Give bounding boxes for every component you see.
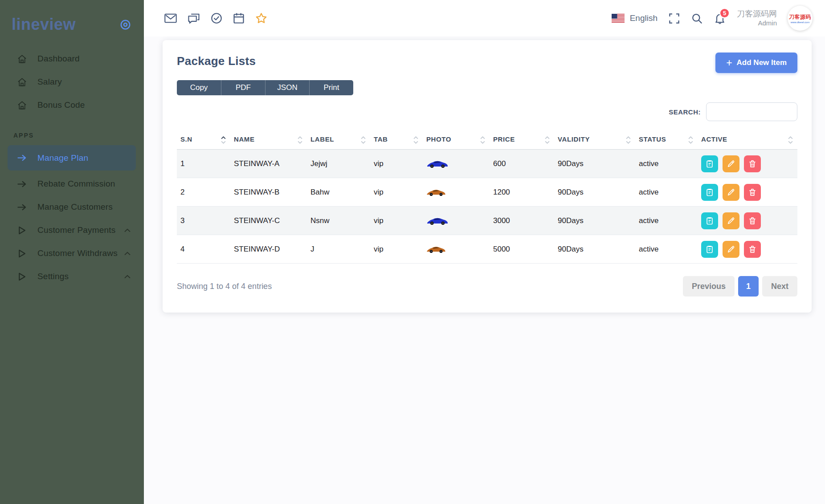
chat-icon[interactable] (187, 12, 200, 24)
us-flag-icon (612, 14, 625, 23)
cell-actions (698, 235, 797, 264)
cell-status: active (635, 207, 698, 235)
next-page-button[interactable]: Next (762, 276, 797, 297)
clipboard-icon (705, 159, 714, 168)
chevron-up-icon (124, 275, 131, 279)
check-circle-icon[interactable] (210, 12, 223, 24)
edit-button[interactable] (723, 241, 739, 258)
edit-button[interactable] (723, 212, 739, 229)
play-outline-icon (16, 226, 28, 235)
column-header-active[interactable]: ACTIVE (698, 132, 797, 150)
sidebar-item-customer-payments[interactable]: Customer Payments (0, 219, 144, 242)
table-row: 2 STEINWAY-B Bahw vip 1200 90Days active (177, 178, 797, 207)
add-new-item-button[interactable]: + Add New Item (715, 53, 797, 73)
previous-page-button[interactable]: Previous (683, 276, 735, 297)
cell-name: STEINWAY-B (230, 178, 307, 207)
notification-badge: 5 (719, 8, 730, 18)
table-row: 4 STEINWAY-D J vip 5000 90Days active (177, 235, 797, 264)
arrow-right-icon (16, 204, 28, 211)
sidebar-item-rebate-commission[interactable]: Rebate Commission (0, 172, 144, 195)
view-button[interactable] (701, 155, 718, 172)
print-button[interactable]: Print (309, 80, 353, 95)
sort-carets (688, 136, 693, 144)
star-icon[interactable] (255, 12, 268, 24)
cell-photo (423, 235, 490, 264)
pencil-icon (727, 159, 735, 168)
cell-name: STEINWAY-A (230, 150, 307, 178)
trash-icon (748, 159, 757, 168)
column-header-sn[interactable]: S.N (177, 132, 230, 150)
language-selector[interactable]: English (612, 13, 658, 23)
delete-button[interactable] (744, 241, 761, 258)
column-header-validity[interactable]: VALIDITY (554, 132, 635, 150)
trash-icon (748, 188, 757, 197)
sidebar-item-settings[interactable]: Settings (0, 265, 144, 288)
clipboard-icon (705, 216, 714, 225)
cell-tab: vip (370, 178, 423, 207)
pencil-icon (727, 188, 735, 197)
sidebar-header: lineview (0, 12, 144, 37)
clipboard-icon (705, 245, 714, 254)
sidebar-item-customer-withdraws[interactable]: Customer Withdraws (0, 242, 144, 265)
sidebar-item-salary[interactable]: Salary (0, 70, 144, 93)
table-search-input[interactable] (706, 102, 797, 121)
cell-validity: 90Days (554, 235, 635, 264)
home-icon (16, 100, 28, 110)
pencil-icon (727, 245, 735, 254)
cell-status: active (635, 178, 698, 207)
sidebar-item-label: Customer Withdraws (37, 248, 118, 258)
sort-carets (788, 136, 793, 144)
trash-icon (748, 245, 757, 254)
sidebar-item-manage-customers[interactable]: Manage Customers (0, 195, 144, 219)
cell-sn: 3 (177, 207, 230, 235)
sidebar-toggle-icon[interactable] (119, 19, 131, 31)
sidebar-item-manage-plan[interactable]: Manage Plan (8, 145, 136, 171)
cell-name: STEINWAY-D (230, 235, 307, 264)
view-button[interactable] (701, 241, 718, 258)
sidebar-item-label: Customer Payments (37, 225, 116, 235)
app-logo: lineview (12, 15, 76, 34)
column-header-price[interactable]: PRICE (490, 132, 554, 150)
column-header-label[interactable]: LABEL (307, 132, 370, 150)
cell-sn: 4 (177, 235, 230, 264)
clipboard-icon (705, 188, 714, 197)
view-button[interactable] (701, 184, 718, 201)
home-icon (16, 54, 28, 64)
copy-button[interactable]: Copy (177, 80, 221, 95)
table-row: 1 STEINWAY-A Jejwj vip 600 90Days active (177, 150, 797, 178)
sidebar-item-dashboard[interactable]: Dashboard (0, 47, 144, 70)
column-header-name[interactable]: NAME (230, 132, 307, 150)
edit-button[interactable] (723, 155, 739, 172)
avatar[interactable]: 刀客源码 www.dkewl.com (788, 6, 813, 31)
fullscreen-icon[interactable] (668, 12, 680, 24)
calendar-icon[interactable] (233, 12, 245, 24)
chevron-up-icon (124, 252, 131, 256)
export-button-group: Copy PDF JSON Print (177, 80, 353, 95)
search-icon[interactable] (691, 12, 703, 24)
cell-tab: vip (370, 235, 423, 264)
car-photo (426, 215, 449, 226)
sidebar-item-label: Manage Plan (37, 153, 88, 163)
delete-button[interactable] (744, 155, 761, 172)
sidebar-item-bonus-code[interactable]: Bonus Code (0, 93, 144, 117)
pdf-button[interactable]: PDF (221, 80, 265, 95)
user-info[interactable]: 刀客源码网 Admin (737, 9, 777, 27)
cell-validity: 90Days (554, 150, 635, 178)
delete-button[interactable] (744, 184, 761, 201)
cell-status: active (635, 150, 698, 178)
mail-icon[interactable] (164, 12, 177, 24)
pencil-icon (727, 216, 735, 225)
pagination: Previous 1 Next (683, 276, 797, 297)
delete-button[interactable] (744, 212, 761, 229)
json-button[interactable]: JSON (265, 80, 309, 95)
page-1-button[interactable]: 1 (738, 276, 759, 297)
column-header-tab[interactable]: TAB (370, 132, 423, 150)
sidebar: lineview Dashboard Salary Bonus Code APP… (0, 0, 144, 504)
column-header-photo[interactable]: PHOTO (423, 132, 490, 150)
notifications-button[interactable]: 5 (714, 12, 726, 25)
view-button[interactable] (701, 212, 718, 229)
column-header-status[interactable]: STATUS (635, 132, 698, 150)
trash-icon (748, 216, 757, 225)
edit-button[interactable] (723, 184, 739, 201)
cell-label: Jejwj (307, 150, 370, 178)
